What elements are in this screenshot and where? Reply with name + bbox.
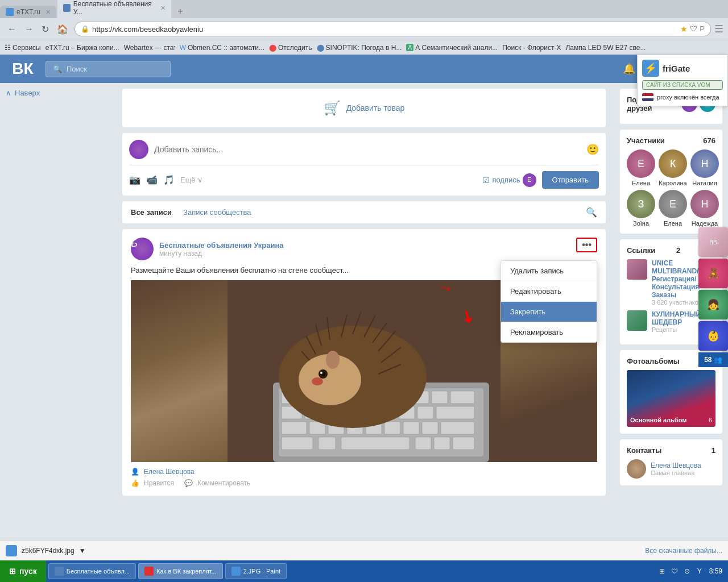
float-badge-2[interactable]: 🧸 xyxy=(698,259,728,288)
send-post-button[interactable]: Отправить xyxy=(542,171,599,189)
menu-button[interactable]: ☰ xyxy=(714,23,723,35)
member-3[interactable]: Н Наталия xyxy=(690,149,719,186)
vk-center-content: 🛒 Добавить товар 🙂 📷 📹 🎵 Ещё ∨ xyxy=(114,83,614,560)
bookmark-6[interactable]: А А Семантический анали... xyxy=(406,44,498,52)
album-overlay: Основной альбом xyxy=(627,370,715,427)
tray-windows-icon[interactable]: ⊞ xyxy=(657,566,667,576)
bookmark-7[interactable]: Поиск - Флорист-Х xyxy=(502,44,561,52)
vk-search-box[interactable]: 🔍 xyxy=(46,61,171,77)
member-av-3: Н xyxy=(690,149,719,178)
frigate-proxy-label: proxy включён всегда xyxy=(657,94,719,101)
frigate-logo-icon: ⚡ xyxy=(642,60,659,77)
float-badge-4[interactable]: 👶 xyxy=(698,321,728,351)
post-text-input[interactable] xyxy=(154,145,581,154)
forward-button[interactable]: → xyxy=(22,23,36,35)
album-preview[interactable]: Основной альбом 6 xyxy=(627,370,715,427)
tab-active[interactable]: Бесплатные объявления У... ✕ xyxy=(57,0,171,18)
contacts-widget: Контакты 1 Елена Шевцова Самая главная xyxy=(620,439,722,485)
bookmark-2[interactable]: Webartex — статейн... xyxy=(124,44,175,52)
chevron-up-icon: ∧ xyxy=(6,89,11,97)
bookmark-1[interactable]: eTXT.ru – Биржа копи... xyxy=(46,44,119,52)
subscribe-check[interactable]: ☑ подпись Е xyxy=(482,173,536,187)
comment-label[interactable]: Комментировать xyxy=(197,479,250,487)
tray-antivirus-icon[interactable]: Y xyxy=(694,566,705,576)
add-product-box[interactable]: 🛒 Добавить товар xyxy=(122,89,606,127)
start-button[interactable]: ⊞ пуск xyxy=(0,560,46,582)
post-footer: 👤 Елена Шевцова xyxy=(131,468,597,476)
float-badge-1[interactable]: BB xyxy=(698,227,728,257)
svg-point-54 xyxy=(326,351,340,369)
like-label[interactable]: Нравится xyxy=(144,479,174,487)
photo-icon[interactable]: 📷 xyxy=(129,174,140,185)
bookmark-8[interactable]: Лампа LED 5W E27 све... xyxy=(565,44,646,52)
taskbar-items: Бесплатные объявл... Как в ВК закреплят.… xyxy=(46,563,651,579)
member-4[interactable]: З Зоïна xyxy=(627,190,655,227)
album-name: Основной альбом xyxy=(630,417,686,423)
menu-delete[interactable]: Удалить запись xyxy=(501,261,597,281)
more-actions[interactable]: Ещё ∨ xyxy=(180,176,203,184)
post-group-name[interactable]: Бесплатные объявления Украина xyxy=(159,241,284,250)
tab-close-2[interactable]: ✕ xyxy=(160,5,166,12)
menu-pin[interactable]: Закрепить xyxy=(501,302,597,322)
bookmark-apps[interactable]: ☷ Сервисы xyxy=(5,44,41,52)
vk-page: ВК 🔍 🔔 ♫ Елена Е ▼ ∧ Наверх xyxy=(0,55,728,560)
bookmark-5[interactable]: ⬤ SINOPTIK: Погода в Н... xyxy=(317,44,402,52)
float-badge-3[interactable]: 👧 xyxy=(698,290,728,319)
new-tab-button[interactable]: + xyxy=(172,5,188,18)
nav-actions: ← → ↻ 🏠 xyxy=(5,23,71,36)
member-1[interactable]: Е Елена xyxy=(627,149,655,186)
reload-button[interactable]: ↻ xyxy=(39,23,52,36)
member-name-3: Наталия xyxy=(690,180,719,186)
posts-search-icon[interactable]: 🔍 xyxy=(586,207,597,218)
member-5[interactable]: Е Елена xyxy=(659,190,687,227)
vk-logo[interactable]: ВК xyxy=(11,60,34,78)
svg-rect-29 xyxy=(422,422,438,434)
tray-security-icon[interactable]: 🛡 xyxy=(669,566,680,576)
svg-rect-36 xyxy=(453,437,474,450)
tab-inactive[interactable]: eTXT.ru ✕ xyxy=(0,6,56,18)
video-icon[interactable]: 📹 xyxy=(146,174,158,185)
member-name-1: Елена xyxy=(627,180,655,186)
download-all-link[interactable]: Все скачанные файлы... xyxy=(645,547,722,555)
menu-advertise[interactable]: Рекламировать xyxy=(501,322,597,342)
download-chevron[interactable]: ▼ xyxy=(79,547,86,555)
post-menu-button[interactable]: ••• xyxy=(576,238,597,252)
taskbar-item-2[interactable]: 2.JPG - Paint xyxy=(225,563,287,579)
taskbar-item-0[interactable]: Бесплатные объявл... xyxy=(48,563,136,579)
cart-icon: 🛒 xyxy=(324,100,341,116)
tab-close-1[interactable]: ✕ xyxy=(46,9,51,16)
members-title-row: Участники 676 xyxy=(627,136,715,145)
member-6[interactable]: Н Надежда xyxy=(690,190,719,227)
post-input-row: 🙂 xyxy=(129,140,599,159)
lastpass-icon[interactable]: P xyxy=(700,24,705,34)
emoji-icon[interactable]: 🙂 xyxy=(586,143,599,156)
tray-chrome-icon[interactable]: ⊙ xyxy=(682,566,692,576)
address-bar[interactable]: 🔒 https://vk.com/besedkaobyavleniu ★ 🛡 P xyxy=(75,22,711,36)
home-button[interactable]: 🏠 xyxy=(54,23,71,36)
nav-up-label: Наверх xyxy=(15,89,40,97)
tab-favicon-2 xyxy=(63,4,71,12)
links-count: 2 xyxy=(676,246,680,255)
contacts-count: 1 xyxy=(712,446,715,455)
notifications-icon[interactable]: 🔔 xyxy=(623,63,635,75)
member-av-2: К xyxy=(659,149,687,178)
search-input[interactable] xyxy=(67,65,163,73)
nav-up-button[interactable]: ∧ Наверх xyxy=(6,89,108,97)
contact-name[interactable]: Елена Шевцова xyxy=(651,462,701,469)
tab-all-posts[interactable]: Все записи xyxy=(131,208,172,217)
post-author[interactable]: Елена Шевцова xyxy=(144,468,195,476)
link-icon-1 xyxy=(627,259,647,280)
back-button[interactable]: ← xyxy=(5,23,19,35)
member-2[interactable]: К Каролина xyxy=(659,149,687,186)
bookmark-3[interactable]: W Obmen.CC :: автомати... xyxy=(180,44,264,52)
taskbar-icon-0 xyxy=(55,567,64,576)
menu-edit[interactable]: Редактировать xyxy=(501,281,597,302)
svg-rect-31 xyxy=(282,437,313,450)
star-icon[interactable]: ★ xyxy=(680,24,688,34)
bookmark-4[interactable]: ⬤ Отследить xyxy=(269,44,312,52)
taskbar-item-1[interactable]: Как в ВК закреплят... xyxy=(138,563,223,579)
music-attach-icon[interactable]: 🎵 xyxy=(163,174,175,185)
tab-community-posts[interactable]: Записи сообщества xyxy=(183,208,251,217)
frigate-title: friGate xyxy=(663,64,690,73)
contacts-label: Контакты xyxy=(627,446,661,455)
